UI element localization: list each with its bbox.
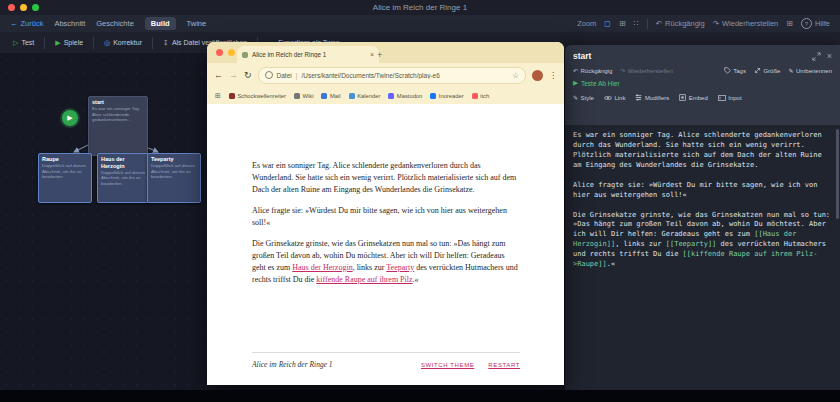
bookmark-item[interactable]: itch — [472, 93, 490, 99]
proof-button[interactable]: ◎ Korrektur — [99, 37, 147, 49]
passage-source[interactable]: Es war ein sonniger Tag. Alice schlender… — [565, 125, 840, 390]
start-play-icon: ▶ — [67, 114, 72, 122]
undo-button[interactable]: ↶ Rückgängig — [656, 19, 705, 28]
browser-forward-icon[interactable]: → — [229, 70, 238, 80]
editor-passage-title: start — [573, 51, 806, 61]
modifiers-button[interactable]: Modifiers — [635, 94, 669, 101]
bookmark-favicon — [472, 93, 478, 99]
fullscreen-window-button[interactable] — [32, 4, 39, 11]
undo-icon: ↶ — [656, 19, 662, 28]
passage-node-raupe[interactable]: Raupe Doppelklick auf diesen Abschnitt, … — [38, 153, 92, 203]
style-button[interactable]: ✎ Style — [573, 94, 594, 101]
redo-button[interactable]: ↷ Wiederherstellen — [713, 19, 779, 28]
bottom-bar — [0, 390, 840, 402]
tags-button[interactable]: Tags — [724, 67, 746, 74]
story-text-segment: Alice fragte sie: »Würdest Du mir bitte … — [252, 206, 507, 227]
tab-twine[interactable]: Twine — [187, 19, 207, 28]
browser-reload-icon[interactable]: ↻ — [244, 70, 252, 80]
start-passage-badge: ▶ — [62, 110, 78, 126]
bookmark-label: Schockwellenreiter — [237, 93, 286, 99]
browser-tab-strip: Alice im Reich der Ringe 1 × + — [207, 42, 564, 63]
window-title: Alice im Reich der Ringe 1 — [373, 3, 467, 12]
rename-button[interactable]: ✎ Umbenennen — [788, 67, 832, 74]
play-button[interactable]: ▶ Spiele — [50, 37, 88, 49]
input-label: Input — [728, 95, 741, 101]
back-label: Zurück — [21, 19, 44, 28]
page-info-icon[interactable] — [265, 71, 273, 79]
apps-grid-icon[interactable]: ⊞ — [215, 92, 221, 100]
passage-node-haus-der-herzogin[interactable]: Haus der Herzogin Doppelklick auf diesen… — [97, 153, 151, 203]
restart-link[interactable]: RESTART — [488, 362, 520, 368]
toolbar-separator — [44, 37, 45, 49]
back-to-library-button[interactable]: ← Zurück — [10, 19, 43, 28]
bookmark-item[interactable]: Kalender — [349, 93, 381, 99]
input-button[interactable]: Input — [718, 95, 742, 101]
menubar: ← Zurück Abschnitt Geschichte Build Twin… — [0, 15, 840, 32]
bookmark-item[interactable]: Mail — [321, 93, 340, 99]
source-link-markup: [[Teeparty]] — [666, 240, 717, 248]
bookmark-label: Wiki — [303, 93, 314, 99]
bookmark-item[interactable]: Mastodon — [388, 93, 422, 99]
new-tab-button[interactable]: + — [377, 50, 382, 60]
test-from-here-button[interactable]: ▶ Teste Ab Hier — [565, 76, 840, 90]
browser-close-button[interactable] — [216, 49, 223, 56]
bookmark-label: Kalender — [357, 93, 380, 99]
passage-title: Haus der Herzogin — [101, 156, 147, 170]
browser-minimize-button[interactable] — [228, 49, 235, 56]
editor-redo-button[interactable]: ↷ Wiederherstellen — [620, 67, 673, 74]
zoom-large-icon[interactable]: ◻ — [604, 19, 611, 28]
size-button[interactable]: Größe — [754, 67, 781, 74]
profile-avatar[interactable] — [532, 70, 543, 81]
tab-abschnitt[interactable]: Abschnitt — [54, 19, 85, 28]
tab-close-icon[interactable]: × — [370, 51, 374, 58]
footer-links: SWITCH THEME RESTART — [421, 362, 520, 368]
pencil-icon: ✎ — [788, 67, 793, 74]
zoom-medium-icon[interactable]: ⊞ — [619, 19, 626, 28]
browser-menu-icon[interactable]: ⋮ — [549, 71, 557, 80]
minimize-window-button[interactable] — [20, 4, 27, 11]
passage-excerpt: Es war ein sonniger Tag. Alice schlender… — [92, 106, 144, 123]
browser-tab[interactable]: Alice im Reich der Ringe 1 × — [237, 46, 379, 63]
test-from-here-play-icon: ▶ — [573, 79, 578, 87]
embed-button[interactable]: Embed — [679, 94, 708, 101]
editor-undo-button[interactable]: ↶ Rückgängig — [573, 67, 612, 74]
modifiers-icon — [635, 94, 642, 101]
story-link[interactable]: kiffende Raupe auf ihrem Pilz — [316, 275, 412, 284]
bookmark-label: Mail — [330, 93, 341, 99]
bookmark-item[interactable]: Inoreader — [430, 93, 463, 99]
bookmark-item[interactable]: Wiki — [294, 93, 313, 99]
passage-title: start — [92, 99, 144, 106]
tab-build[interactable]: Build — [145, 17, 176, 30]
story-link[interactable]: Teeparty — [386, 263, 414, 272]
editor-action-row: ↶ Rückgängig ↷ Wiederherstellen Tags Grö… — [565, 65, 840, 76]
address-bar[interactable]: Datei | /Users/kantel/Documents/Twine/Sc… — [258, 67, 526, 84]
browser-back-icon[interactable]: ← — [214, 70, 223, 80]
switch-theme-link[interactable]: SWITCH THEME — [421, 362, 474, 368]
undock-icon[interactable] — [812, 51, 821, 60]
source-text: .« — [607, 260, 615, 268]
passage-editor-panel: start × ↶ Rückgängig ↷ Wiederherstellen … — [565, 45, 840, 390]
story-link[interactable]: Haus der Herzogin — [292, 263, 352, 272]
link-button[interactable]: Link — [604, 95, 626, 101]
close-window-button[interactable] — [8, 4, 15, 11]
close-editor-icon[interactable]: × — [827, 52, 832, 61]
editor-scrollbar[interactable] — [836, 129, 839, 219]
window-controls — [8, 4, 39, 11]
story-text-segment: Es war ein sonniger Tag. Alice schlender… — [252, 161, 516, 194]
bookmark-favicon — [321, 93, 327, 99]
story-grid-icon[interactable]: ⊞ — [786, 19, 793, 28]
test-button[interactable]: ▷ Test — [8, 37, 39, 49]
zoom-small-icon[interactable]: ∷ — [634, 19, 639, 28]
passage-node-start[interactable]: start Es war ein sonniger Tag. Alice sch… — [88, 96, 148, 156]
browser-toolbar: ← → ↻ Datei | /Users/kantel/Documents/Tw… — [207, 63, 564, 87]
bookmark-favicon — [349, 93, 355, 99]
help-button[interactable]: ? Hilfe — [801, 18, 830, 29]
bookmark-item[interactable]: Schockwellenreiter — [229, 93, 286, 99]
toolbar-separator — [152, 37, 153, 49]
url-scheme-label: Datei — [277, 72, 292, 79]
passage-node-teeparty[interactable]: Teeparty Doppelklick auf diesen Abschnit… — [147, 153, 201, 203]
redo-icon: ↷ — [713, 19, 719, 28]
editor-redo-label: Wiederherstellen — [628, 68, 673, 74]
bookmark-star-icon[interactable]: ☆ — [512, 71, 519, 80]
tab-geschichte[interactable]: Geschichte — [96, 19, 134, 28]
